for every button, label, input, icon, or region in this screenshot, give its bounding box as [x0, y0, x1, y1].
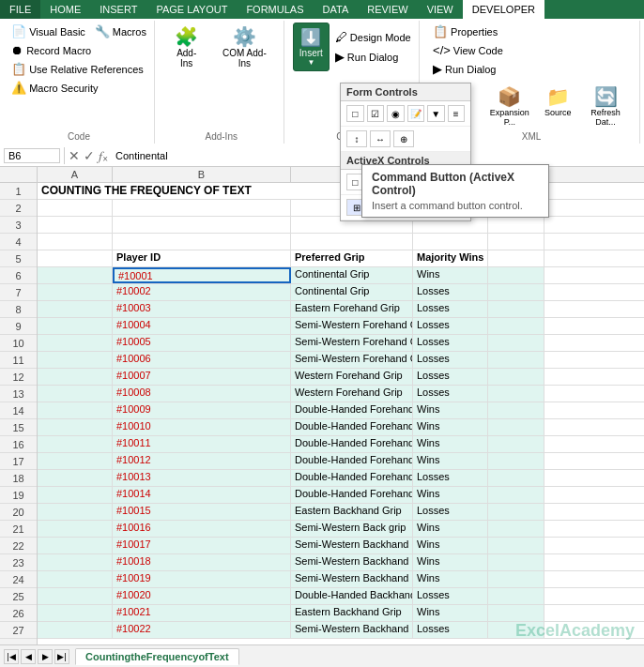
record-macro-btn[interactable]: ⏺ Record Macro	[8, 41, 95, 59]
insert-function-icon[interactable]: 𝑓ₓ	[99, 148, 108, 164]
data-cell-r25-c3[interactable]: Losses	[413, 588, 488, 604]
data-cell-r12-c0[interactable]	[38, 369, 113, 385]
col-header-b[interactable]: B	[113, 167, 291, 182]
data-cell-r11-c4[interactable]	[488, 352, 544, 368]
data-cell-r6-c0[interactable]	[38, 267, 113, 283]
data-cell-r24-c3[interactable]: Wins	[413, 571, 488, 587]
data-cell-r24-c1[interactable]: #10019	[113, 571, 291, 587]
data-cell-r13-c3[interactable]: Losses	[413, 386, 488, 402]
data-cell-r20-c1[interactable]: #10015	[113, 504, 291, 520]
data-cell-r7-c3[interactable]: Losses	[413, 284, 488, 300]
data-cell-r11-c3[interactable]: Losses	[413, 352, 488, 368]
data-cell-r15-c3[interactable]: Wins	[413, 419, 488, 435]
data-cell-r16-c1[interactable]: #10011	[113, 436, 291, 452]
macro-security-btn[interactable]: ⚠️ Macro Security	[8, 79, 101, 97]
empty-cell-r3-c0[interactable]	[38, 217, 113, 233]
design-mode-btn[interactable]: 🖊 Design Mode	[331, 28, 415, 46]
refresh-data-btn[interactable]: 🔄 Refresh Dat...	[577, 83, 634, 129]
tab-review[interactable]: REVIEW	[358, 0, 417, 19]
data-cell-r8-c2[interactable]: Eastern Forehand Grip	[291, 301, 413, 317]
data-cell-r22-c1[interactable]: #10017	[113, 538, 291, 553]
data-cell-r23-c2[interactable]: Semi-Western Backhand grip	[291, 554, 413, 570]
data-cell-r20-c3[interactable]: Losses	[413, 504, 488, 520]
data-cell-r17-c2[interactable]: Double-Handed Forehand Grip	[291, 453, 413, 469]
data-cell-r26-c3[interactable]: Wins	[413, 605, 488, 621]
data-cell-r6-c1[interactable]: #10001	[113, 267, 291, 283]
data-cell-r10-c4[interactable]	[488, 335, 544, 351]
empty-cell-r4-c2[interactable]	[291, 234, 413, 250]
data-cell-r9-c0[interactable]	[38, 318, 113, 334]
data-cell-r11-c0[interactable]	[38, 352, 113, 368]
data-cell-r13-c4[interactable]	[488, 386, 544, 402]
form-btn-3[interactable]: ◉	[387, 105, 405, 122]
insert-btn[interactable]: ⬇️ Insert ▼	[293, 23, 330, 71]
tab-formulas[interactable]: FORMULAS	[237, 0, 313, 19]
data-cell-r23-c4[interactable]	[488, 554, 544, 570]
data-cell-r20-c4[interactable]	[488, 504, 544, 520]
sheet-tab-counting[interactable]: CountingtheFrequencyofText	[75, 648, 239, 665]
data-cell-r24-c0[interactable]	[38, 571, 113, 587]
data-cell-r16-c4[interactable]	[488, 436, 544, 452]
data-cell-r10-c0[interactable]	[38, 335, 113, 351]
data-cell-r16-c2[interactable]: Double-Handed Forehand Grip	[291, 436, 413, 452]
cell-reference-input[interactable]	[4, 148, 60, 163]
data-cell-r21-c4[interactable]	[488, 521, 544, 537]
data-cell-r14-c3[interactable]: Wins	[413, 402, 488, 418]
properties-btn[interactable]: 📋 Properties	[429, 23, 634, 40]
data-cell-r20-c0[interactable]	[38, 504, 113, 520]
data-cell-r19-c3[interactable]: Wins	[413, 487, 488, 503]
data-cell-r6-c3[interactable]: Wins	[413, 267, 488, 283]
data-cell-r19-c2[interactable]: Double-Handed Forehand Grip	[291, 487, 413, 503]
data-cell-r27-c0[interactable]	[38, 622, 113, 638]
data-cell-r8-c0[interactable]	[38, 301, 113, 317]
first-sheet-btn[interactable]: |◀	[4, 649, 19, 664]
relative-refs-btn[interactable]: 📋 Use Relative References	[8, 60, 147, 78]
data-cell-r21-c2[interactable]: Semi-Western Back grip	[291, 521, 413, 537]
data-cell-r22-c2[interactable]: Semi-Western Backhand grip	[291, 538, 413, 553]
data-cell-r17-c3[interactable]: Wins	[413, 453, 488, 469]
tab-insert[interactable]: INSERT	[90, 0, 146, 19]
data-cell-r18-c4[interactable]	[488, 470, 544, 486]
data-cell-r10-c1[interactable]: #10005	[113, 335, 291, 351]
data-cell-r12-c2[interactable]: Western Forehand Grip	[291, 369, 413, 385]
com-add-ins-btn[interactable]: ⚙️ COM Add-Ins	[210, 23, 278, 71]
macros-btn[interactable]: 🔧 Macros	[91, 23, 150, 40]
data-cell-r21-c3[interactable]: Wins	[413, 521, 488, 537]
data-cell-r8-c4[interactable]	[488, 301, 544, 317]
data-cell-r11-c2[interactable]: Semi-Western Forehand Grip	[291, 352, 413, 368]
empty-cell-r4-c0[interactable]	[38, 234, 113, 250]
data-cell-r17-c0[interactable]	[38, 453, 113, 469]
tab-developer[interactable]: DEVELOPER	[463, 0, 544, 19]
data-cell-r16-c3[interactable]: Wins	[413, 436, 488, 452]
data-cell-r7-c0[interactable]	[38, 284, 113, 300]
data-cell-r6-c2[interactable]: Continental Grip	[291, 267, 413, 283]
data-cell-r15-c0[interactable]	[38, 419, 113, 435]
empty-cell-r4-c4[interactable]	[488, 234, 544, 250]
empty-cell-r2-c0[interactable]	[38, 200, 113, 216]
data-cell-r14-c1[interactable]: #10009	[113, 402, 291, 418]
data-cell-r25-c0[interactable]	[38, 588, 113, 604]
cancel-formula-icon[interactable]: ✕	[69, 148, 80, 163]
form-btn-9[interactable]: ⊕	[393, 130, 414, 147]
data-cell-r23-c0[interactable]	[38, 554, 113, 570]
empty-cell-r2-c1[interactable]	[113, 200, 291, 216]
data-cell-r18-c1[interactable]: #10013	[113, 470, 291, 486]
data-cell-r12-c3[interactable]: Losses	[413, 369, 488, 385]
tab-page-layout[interactable]: PAGE LAYOUT	[146, 0, 237, 19]
form-btn-1[interactable]: □	[346, 105, 364, 122]
prev-sheet-btn[interactable]: ◀	[21, 649, 36, 664]
source-btn[interactable]: 📁 Source	[542, 83, 574, 129]
data-cell-r18-c2[interactable]: Double-Handed Forehand Grip	[291, 470, 413, 486]
data-cell-r24-c4[interactable]	[488, 571, 544, 587]
data-cell-r9-c4[interactable]	[488, 318, 544, 334]
data-cell-r23-c3[interactable]: Wins	[413, 554, 488, 570]
view-code-btn[interactable]: </> View Code	[429, 41, 634, 59]
data-cell-r6-c4[interactable]	[488, 267, 544, 283]
data-cell-r10-c2[interactable]: Semi-Western Forehand Grip	[291, 335, 413, 351]
visual-basic-btn[interactable]: 📄 Visual Basic	[8, 23, 89, 40]
data-cell-r27-c1[interactable]: #10022	[113, 622, 291, 638]
data-cell-r14-c4[interactable]	[488, 402, 544, 418]
col-header-a[interactable]: A	[38, 167, 113, 182]
data-cell-r21-c1[interactable]: #10016	[113, 521, 291, 537]
tab-home[interactable]: HOME	[40, 0, 90, 19]
